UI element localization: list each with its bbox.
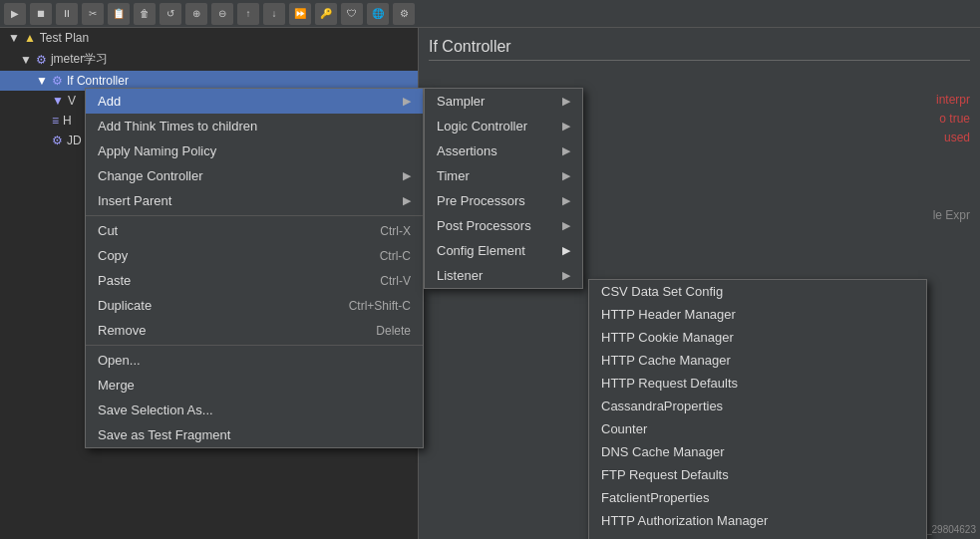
menu-item-label: Apply Naming Policy xyxy=(98,143,216,158)
tree-item-testplan[interactable]: ▼ ▲ Test Plan xyxy=(0,28,418,48)
arrow-icon: ▼ xyxy=(20,53,32,67)
toolbar-icon-8[interactable]: ⊕ xyxy=(185,3,207,25)
v-icon: ▼ xyxy=(52,94,64,108)
config-item-label: FTP Request Defaults xyxy=(601,467,729,482)
menu-item-label: Save as Test Fragment xyxy=(98,427,230,442)
toolbar-icon-1[interactable]: ▶ xyxy=(4,3,26,25)
arrow-icon: ▶ xyxy=(562,194,570,207)
jmeter-icon: ⚙ xyxy=(36,53,47,67)
submenu-item-listener[interactable]: Listener ▶ xyxy=(425,263,582,288)
submenu-item-label: Pre Processors xyxy=(437,193,525,208)
menu-item-open[interactable]: Open... xyxy=(86,348,423,373)
submenu-item-pre-processors[interactable]: Pre Processors ▶ xyxy=(425,188,582,213)
menu-item-remove[interactable]: Remove Delete xyxy=(86,318,423,343)
tree-item-label: JD xyxy=(67,134,82,147)
config-item-http-header[interactable]: HTTP Header Manager xyxy=(589,303,926,326)
menu-item-label: Cut xyxy=(98,223,118,238)
submenu-item-label: Sampler xyxy=(437,94,485,109)
submenu-item-assertions[interactable]: Assertions ▶ xyxy=(425,138,582,163)
arrow-icon: ▶ xyxy=(403,169,411,182)
submenu-item-config-element[interactable]: Config Element ▶ xyxy=(425,238,582,263)
toolbar-icon-12[interactable]: ⏩ xyxy=(289,3,311,25)
menu-item-save-fragment[interactable]: Save as Test Fragment xyxy=(86,422,423,447)
config-item-label: HTTP Cookie Manager xyxy=(601,330,734,345)
toolbar-icon-13[interactable]: 🔑 xyxy=(315,3,337,25)
menu-item-add[interactable]: Add ▶ xyxy=(86,89,423,114)
ifcontroller-icon: ⚙ xyxy=(52,74,63,88)
config-item-cassandra[interactable]: CassandraProperties xyxy=(589,395,926,417)
submenu-item-label: Listener xyxy=(437,268,483,283)
submenu-item-label: Assertions xyxy=(437,143,497,158)
config-item-dns-cache[interactable]: DNS Cache Manager xyxy=(589,440,926,463)
submenu-item-post-processors[interactable]: Post Processors ▶ xyxy=(425,213,582,238)
config-item-fatclient[interactable]: FatclientProperties xyxy=(589,486,926,509)
toolbar-icon-2[interactable]: ⏹ xyxy=(30,3,52,25)
config-item-http-cookie[interactable]: HTTP Cookie Manager xyxy=(589,326,926,349)
config-item-http-request-defaults[interactable]: HTTP Request Defaults xyxy=(589,372,926,395)
menu-item-label: Save Selection As... xyxy=(98,403,213,417)
menu-item-label: Copy xyxy=(98,248,128,263)
menu-item-insert-parent[interactable]: Insert Parent ▶ xyxy=(86,188,423,213)
submenu-add: Sampler ▶ Logic Controller ▶ Assertions … xyxy=(424,88,583,289)
config-item-label: DNS Cache Manager xyxy=(601,444,725,459)
config-item-counter[interactable]: Counter xyxy=(589,417,926,440)
menu-item-label: Remove xyxy=(98,323,146,338)
arrow-icon: ▶ xyxy=(562,95,570,108)
menu-divider-2 xyxy=(86,345,423,346)
config-item-label: HTTP Request Defaults xyxy=(601,376,738,391)
menu-item-label: Paste xyxy=(98,273,131,288)
toolbar-icon-9[interactable]: ⊖ xyxy=(211,3,233,25)
menu-item-paste[interactable]: Paste Ctrl-V xyxy=(86,268,423,293)
context-menu: Add ▶ Add Think Times to children Apply … xyxy=(85,88,424,448)
toolbar-icon-16[interactable]: ⚙ xyxy=(393,3,415,25)
toolbar-icon-6[interactable]: 🗑 xyxy=(134,3,156,25)
tree-item-label: If Controller xyxy=(67,74,129,88)
arrow-icon: ▼ xyxy=(8,31,20,45)
submenu-item-logic-controller[interactable]: Logic Controller ▶ xyxy=(425,114,582,138)
menu-item-think-times[interactable]: Add Think Times to children xyxy=(86,114,423,138)
shortcut-label: Ctrl-V xyxy=(380,274,411,288)
menu-item-duplicate[interactable]: Duplicate Ctrl+Shift-C xyxy=(86,293,423,318)
config-item-label: Counter xyxy=(601,421,647,436)
config-item-label: FatclientProperties xyxy=(601,490,709,505)
page-title: If Controller xyxy=(429,38,970,61)
arrow-icon: ▶ xyxy=(562,244,570,257)
toolbar-icon-3[interactable]: ⏸ xyxy=(56,3,78,25)
menu-item-cut[interactable]: Cut Ctrl-X xyxy=(86,218,423,243)
config-item-ftp[interactable]: FTP Request Defaults xyxy=(589,463,926,486)
toolbar-icon-14[interactable]: 🛡 xyxy=(341,3,363,25)
config-item-csv[interactable]: CSV Data Set Config xyxy=(589,280,926,303)
toolbar-icon-15[interactable]: 🌐 xyxy=(367,3,389,25)
config-item-http-cache[interactable]: HTTP Cache Manager xyxy=(589,349,926,372)
config-item-label: HTTP Header Manager xyxy=(601,307,736,322)
tree-item-label: jmeter学习 xyxy=(51,51,108,68)
arrow-icon: ▶ xyxy=(562,120,570,133)
toolbar-icon-11[interactable]: ↓ xyxy=(263,3,285,25)
jd-icon: ⚙ xyxy=(52,134,63,147)
menu-item-save-selection[interactable]: Save Selection As... xyxy=(86,398,423,422)
config-item-http-auth[interactable]: HTTP Authorization Manager xyxy=(589,509,926,532)
arrow-icon: ▶ xyxy=(562,269,570,282)
tree-item-label: H xyxy=(63,114,72,128)
submenu-item-sampler[interactable]: Sampler ▶ xyxy=(425,89,582,114)
shortcut-label: Delete xyxy=(376,324,411,338)
shortcut-label: Ctrl+Shift-C xyxy=(349,299,411,313)
menu-item-change-controller[interactable]: Change Controller ▶ xyxy=(86,163,423,188)
menu-item-copy[interactable]: Copy Ctrl-C xyxy=(86,243,423,268)
arrow-icon: ▶ xyxy=(562,219,570,232)
submenu-item-label: Timer xyxy=(437,168,470,183)
toolbar-icon-5[interactable]: 📋 xyxy=(108,3,130,25)
toolbar-icon-10[interactable]: ↑ xyxy=(237,3,259,25)
menu-divider-1 xyxy=(86,215,423,216)
toolbar-icon-4[interactable]: ✂ xyxy=(82,3,104,25)
config-item-http2[interactable]: HTTP2 Request Defaults xyxy=(589,532,926,539)
menu-item-naming-policy[interactable]: Apply Naming Policy xyxy=(86,138,423,163)
arrow-icon: ▶ xyxy=(403,95,411,108)
tree-item-label: Test Plan xyxy=(40,31,89,45)
shortcut-label: Ctrl-C xyxy=(380,249,411,263)
menu-item-merge[interactable]: Merge xyxy=(86,373,423,398)
tree-item-label: V xyxy=(68,94,76,108)
toolbar-icon-7[interactable]: ↺ xyxy=(160,3,181,25)
tree-item-jmeter[interactable]: ▼ ⚙ jmeter学习 xyxy=(0,48,418,71)
submenu-item-timer[interactable]: Timer ▶ xyxy=(425,163,582,188)
